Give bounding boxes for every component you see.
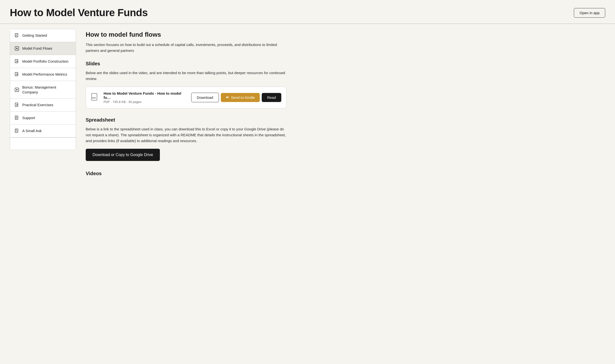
pdf-icon: PDF (91, 93, 100, 102)
sidebar-item-support[interactable]: Support (10, 112, 76, 125)
sidebar-label-support: Support (22, 116, 35, 120)
sidebar: Getting Started Model Fund Flows Model P… (10, 29, 76, 150)
file-name: How to Model Venture Funds - How to mode… (104, 91, 187, 100)
sidebar-item-model-portfolio-construction[interactable]: Model Portfolio Construction (10, 55, 76, 68)
download-doc-icon-1 (14, 59, 19, 64)
open-in-app-button[interactable]: Open in app (574, 8, 605, 18)
slides-description: Below are the slides used in the video, … (86, 70, 286, 82)
slides-heading: Slides (86, 61, 333, 66)
sidebar-label-bonus-management-company: Bonus: Management Company (22, 85, 71, 94)
sidebar-label-model-performance-metrics: Model Performance Metrics (22, 72, 67, 77)
file-actions: Download 🅪 Send to Kindle Read (191, 93, 281, 102)
sidebar-item-practical-exercises[interactable]: Practical Exercises (10, 99, 76, 112)
sidebar-label-practical-exercises: Practical Exercises (22, 103, 53, 107)
send-to-kindle-button[interactable]: 🅪 Send to Kindle (221, 93, 260, 102)
download-button[interactable]: Download (191, 93, 219, 102)
svg-marker-5 (16, 48, 18, 49)
sidebar-label-a-small-ask: A Small Ask (22, 129, 42, 133)
download-doc-icon-2 (14, 72, 19, 77)
play-icon (14, 46, 19, 51)
videos-heading: Videos (86, 171, 333, 176)
sidebar-label-model-fund-flows: Model Fund Flows (22, 46, 52, 51)
document-icon (14, 33, 19, 38)
file-info: How to Model Venture Funds - How to mode… (104, 91, 187, 104)
sidebar-item-model-fund-flows[interactable]: Model Fund Flows (10, 42, 76, 55)
file-card: PDF How to Model Venture Funds - How to … (86, 87, 286, 108)
main-content: How to model fund flows This section foc… (86, 29, 333, 180)
section-description: This section focuses on how to build out… (86, 42, 286, 53)
download-or-copy-google-drive-button[interactable]: Download or Copy to Google Drive (86, 149, 160, 161)
spreadsheet-description: Below is a link to the spreadsheet used … (86, 126, 286, 144)
sidebar-item-partial (10, 137, 76, 150)
sidebar-item-model-performance-metrics[interactable]: Model Performance Metrics (10, 68, 76, 81)
document-icon-3 (14, 129, 19, 133)
svg-text:PDF: PDF (92, 97, 96, 99)
section-heading: How to model fund flows (86, 31, 333, 39)
document-icon-2 (14, 116, 19, 120)
sidebar-item-a-small-ask[interactable]: A Small Ask (10, 125, 76, 137)
amazon-icon: 🅪 (226, 96, 229, 100)
file-meta: PDF · 745.8 KB · 30 pages (104, 100, 187, 104)
read-button[interactable]: Read (262, 93, 281, 102)
sidebar-item-bonus-management-company[interactable]: Bonus: Management Company (10, 81, 76, 99)
sidebar-label-model-portfolio-construction: Model Portfolio Construction (22, 59, 68, 64)
sidebar-label-getting-started: Getting Started (22, 33, 47, 38)
sidebar-item-getting-started[interactable]: Getting Started (10, 29, 76, 42)
main-layout: Getting Started Model Fund Flows Model P… (0, 24, 343, 185)
page-header: How to Model Venture Funds Open in app (0, 0, 615, 24)
svg-marker-11 (16, 89, 18, 91)
download-doc-icon-3 (14, 103, 19, 107)
play-icon-2 (14, 87, 19, 92)
page-title: How to Model Venture Funds (10, 7, 148, 19)
spreadsheet-heading: Spreadsheet (86, 117, 333, 123)
